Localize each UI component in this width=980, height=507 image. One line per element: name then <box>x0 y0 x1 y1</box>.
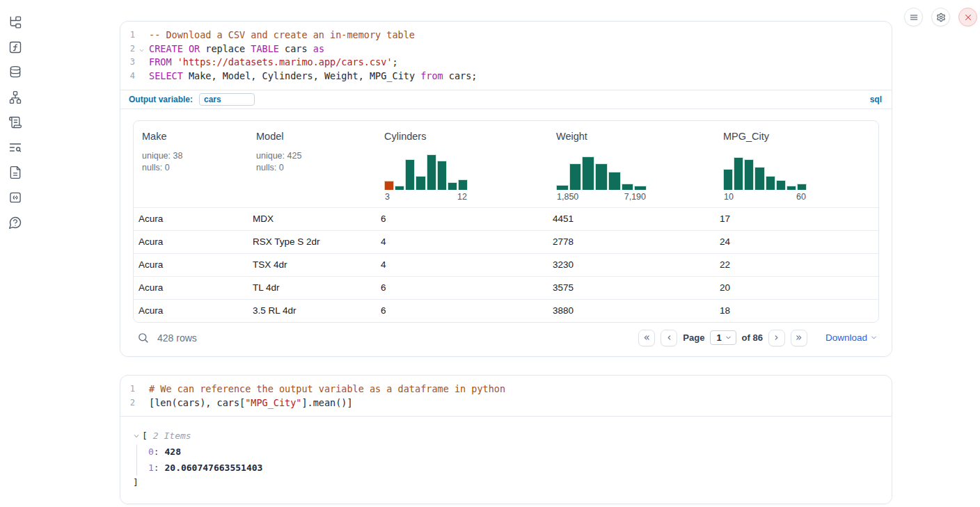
table-cell: 24 <box>715 236 878 247</box>
settings-button[interactable] <box>931 8 950 26</box>
code-line: 3FROM 'https://datasets.marimo.app/cars.… <box>120 56 882 70</box>
table-row[interactable]: AcuraRSX Type S 2dr4277824 <box>134 230 878 253</box>
histogram-bar[interactable] <box>787 186 796 190</box>
table-row[interactable]: AcuraTL 4dr6357520 <box>134 276 878 299</box>
fold-chevron[interactable] <box>138 45 145 51</box>
chevron-left-icon <box>665 333 674 342</box>
prev-page-button[interactable] <box>661 330 677 346</box>
chevrons-left-icon <box>642 333 651 342</box>
gear-icon <box>936 13 946 22</box>
first-page-button[interactable] <box>638 330 655 346</box>
table-footer: 428 rows Page 1 of 86 <box>133 323 879 355</box>
table-cell: Acura <box>134 305 248 316</box>
python-editor[interactable]: 1# We can reference the output variable … <box>120 376 892 416</box>
pagination: Page 1 of 86 Download <box>638 330 878 346</box>
next-page-button[interactable] <box>768 330 785 346</box>
histogram-bar[interactable] <box>556 185 569 190</box>
histogram-bar[interactable] <box>384 181 394 190</box>
page-total-label: of 86 <box>742 332 763 343</box>
histogram-bar[interactable] <box>416 176 425 190</box>
snippets-icon[interactable] <box>7 189 24 206</box>
tree-entry: 0: 428 <box>148 444 879 460</box>
histogram-bar[interactable] <box>766 176 775 190</box>
table-row[interactable]: AcuraTSX 4dr4323022 <box>134 253 878 276</box>
search-button[interactable] <box>137 332 149 344</box>
data-sources-icon[interactable] <box>7 64 24 81</box>
histogram-bar[interactable] <box>395 186 404 190</box>
menu-button[interactable] <box>904 8 923 26</box>
line-number: 4 <box>120 70 135 83</box>
histogram-bar[interactable] <box>734 157 743 190</box>
histogram-bar[interactable] <box>744 159 754 190</box>
column-null-count: nulls: 0 <box>256 162 369 174</box>
table-row[interactable]: AcuraMDX6445117 <box>134 207 878 230</box>
tree-entry: 1: 20.060747663551403 <box>148 460 879 476</box>
code-line: 4SELECT Make, Model, Cylinders, Weight, … <box>120 70 882 83</box>
dependency-graph-icon[interactable] <box>7 89 24 106</box>
sql-output-area: Makeunique: 38nulls: 0Modelunique: 425nu… <box>120 108 892 356</box>
logs-icon[interactable] <box>7 139 24 156</box>
column-header-mpg_city[interactable]: MPG_City1060 <box>715 121 878 207</box>
histogram-bar[interactable] <box>405 159 415 190</box>
histogram-bar[interactable] <box>634 186 647 190</box>
chevron-down-icon <box>725 334 732 341</box>
column-unique-count: unique: 425 <box>256 150 369 162</box>
sql-editor[interactable]: 1-- Download a CSV and create an in-memo… <box>120 22 892 90</box>
histogram-bar[interactable] <box>776 180 786 190</box>
help-icon[interactable] <box>7 214 24 231</box>
histogram-bar[interactable] <box>595 163 608 189</box>
tree-collapse-toggle[interactable] <box>133 433 142 440</box>
histogram-bar[interactable] <box>754 167 764 190</box>
axis-max-label: 7,190 <box>624 192 646 202</box>
column-header-make[interactable]: Makeunique: 38nulls: 0 <box>134 121 248 207</box>
shutdown-button[interactable] <box>958 8 977 26</box>
line-number: 2 <box>120 396 135 410</box>
code-line: 1-- Download a CSV and create an in-memo… <box>120 29 882 42</box>
download-button[interactable]: Download <box>825 332 878 343</box>
histogram-bar[interactable] <box>448 182 457 189</box>
search-icon <box>137 332 149 344</box>
tree-entry-index: 1 <box>148 462 154 473</box>
column-header-model[interactable]: Modelunique: 425nulls: 0 <box>248 121 376 207</box>
histogram-bar[interactable] <box>797 184 807 190</box>
data-table: Makeunique: 38nulls: 0Modelunique: 425nu… <box>133 120 879 323</box>
histogram-bar[interactable] <box>622 184 634 190</box>
histogram-bar[interactable] <box>458 179 468 190</box>
histogram-bar[interactable] <box>569 163 582 190</box>
histogram-bar[interactable] <box>582 156 594 190</box>
histogram-bar[interactable] <box>437 161 447 190</box>
table-cell: 3880 <box>548 305 715 316</box>
column-name: Make <box>142 131 241 142</box>
table-row[interactable]: Acura3.5 RL 4dr6388018 <box>134 299 878 322</box>
code-text: SELECT Make, Model, Cylinders, Weight, M… <box>149 70 477 83</box>
column-header-weight[interactable]: Weight1,8507,190 <box>548 121 715 207</box>
sql-cell: 1-- Download a CSV and create an in-memo… <box>120 21 892 357</box>
documentation-icon[interactable] <box>7 164 24 181</box>
page-label: Page <box>683 332 704 343</box>
histogram-bar[interactable] <box>723 169 733 190</box>
histogram-bar[interactable] <box>608 172 621 190</box>
table-cell: 6 <box>376 305 548 316</box>
column-name: Weight <box>556 131 708 142</box>
menu-icon <box>909 13 919 22</box>
tree-entry-index: 0 <box>148 446 154 457</box>
outline-icon[interactable] <box>7 114 24 131</box>
output-variable-input[interactable] <box>199 93 255 106</box>
file-explorer-icon[interactable] <box>7 14 24 31</box>
axis-min-label: 10 <box>724 192 734 202</box>
table-cell: 2778 <box>548 236 715 247</box>
tree-entries: 0: 4281: 20.060747663551403 <box>136 444 879 476</box>
topbar-actions <box>904 8 977 26</box>
variables-icon[interactable] <box>7 39 24 56</box>
histogram-bar[interactable] <box>427 154 436 189</box>
code-text: # We can reference the output variable a… <box>149 383 505 396</box>
close-icon <box>963 13 973 22</box>
last-page-button[interactable] <box>791 330 807 346</box>
page-select-value: 1 <box>716 332 721 343</box>
page-select[interactable]: 1 <box>710 330 736 345</box>
column-header-cylinders[interactable]: Cylinders312 <box>376 121 548 207</box>
tree-entry-value: 20.060747663551403 <box>164 462 262 473</box>
table-cell: 3575 <box>548 282 715 293</box>
items-count-label: 2 Items <box>153 429 191 443</box>
row-count: 428 rows <box>157 332 197 344</box>
